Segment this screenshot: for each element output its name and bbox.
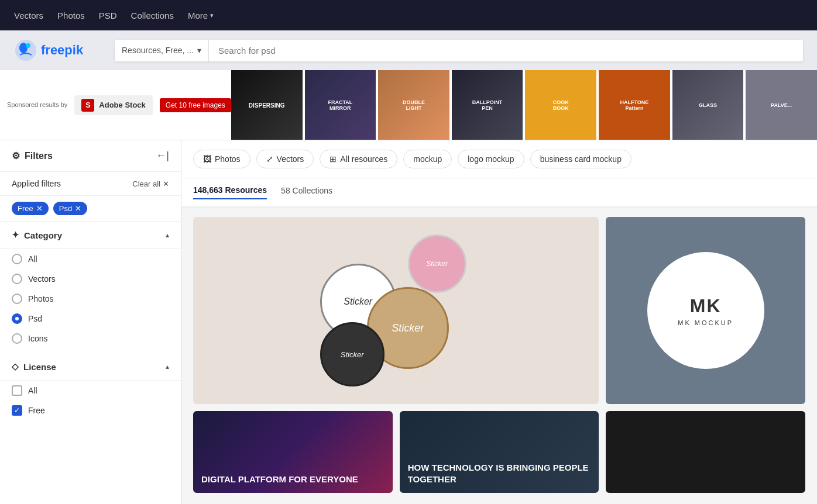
category-title: ✦ Category (12, 230, 62, 240)
sticker-visual: Sticker Sticker Sticker Sticker (320, 234, 472, 386)
category-option-all[interactable]: All (0, 249, 181, 269)
chevron-down-icon: ▾ (210, 12, 214, 19)
license-section-header[interactable]: ◇ License (0, 353, 181, 381)
result-card-digital[interactable]: DIGITAL PLATFORM FOR EVERYONE (193, 411, 393, 493)
category-chevron-icon (166, 231, 169, 239)
checkbox-free-license: ✓ (12, 405, 22, 416)
applied-filters-label: Applied filters (12, 179, 61, 188)
banner-img-5[interactable]: HALFTONEPattern (599, 70, 670, 140)
tech-card-text: HOW TECHNOLOGY IS BRINGING PEOPLE TOGETH… (408, 462, 591, 485)
result-card-mk[interactable]: MK MK MOCKUP (606, 217, 805, 404)
results-grid: Sticker Sticker Sticker Sticker MK MK MO… (181, 208, 817, 502)
filter-tags-row: Free ✕ Psd ✕ (0, 196, 181, 222)
mk-circle: MK MK MOCKUP (647, 252, 764, 369)
photos-chip-icon: 🖼 (203, 154, 211, 164)
license-option-free[interactable]: ✓ Free (0, 401, 181, 420)
category-option-icons[interactable]: Icons (0, 329, 181, 348)
mk-logo: MK (690, 295, 722, 317)
banner-img-0[interactable]: DISPERSING (231, 70, 303, 140)
sponsored-label: Sponsored results by (0, 101, 74, 109)
vectors-chip-icon: ⤢ (266, 154, 273, 164)
radio-icons (12, 333, 22, 344)
adobe-label: Adobe Stock (99, 101, 145, 109)
radio-all (12, 254, 22, 264)
digital-card-text: DIGITAL PLATFORM FOR EVERYONE (201, 474, 358, 485)
filter-header: ⚙ Filters ←| (0, 140, 181, 172)
chip-logo-mockup[interactable]: logo mockup (458, 150, 524, 168)
nav-item-vectors[interactable]: Vectors (14, 11, 43, 20)
search-container: Resources, Free, ... ▾ (115, 40, 803, 61)
sponsored-banner: Sponsored results by S Adobe Stock Get 1… (0, 70, 817, 140)
tab-resources[interactable]: 148,663 Resources (193, 185, 267, 199)
content-area: 🖼 Photos ⤢ Vectors ⊞ All resources mocku… (181, 140, 817, 504)
logo-area: freepik (14, 39, 108, 62)
chip-business-card-mockup[interactable]: business card mockup (530, 150, 631, 168)
top-navigation: Vectors Photos PSD Collections More ▾ (0, 0, 817, 30)
banner-images: DISPERSING FRACTALMIRROR DOUBLELIGHT BAL… (231, 70, 817, 140)
chip-vectors[interactable]: ⤢ Vectors (256, 150, 314, 168)
filter-tag-free[interactable]: Free ✕ (12, 202, 49, 215)
chip-mockup[interactable]: mockup (403, 150, 452, 168)
nav-item-more[interactable]: More ▾ (188, 11, 214, 20)
banner-img-2[interactable]: DOUBLELIGHT (378, 70, 449, 140)
banner-img-6[interactable]: GLASS (672, 70, 744, 140)
filter-icon: ⚙ (12, 150, 20, 161)
sidebar: ⚙ Filters ←| Applied filters Clear all ✕… (0, 140, 181, 504)
license-title: ◇ License (12, 361, 56, 372)
clear-all-button[interactable]: Clear all ✕ (132, 179, 169, 188)
chip-photos[interactable]: 🖼 Photos (193, 150, 250, 168)
category-section-header[interactable]: ✦ Category (0, 222, 181, 249)
adobe-badge[interactable]: S Adobe Stock (74, 95, 152, 115)
logo-text: freepik (41, 43, 83, 58)
tag-remove-icon: ✕ (36, 204, 43, 213)
search-type-dropdown[interactable]: Resources, Free, ... ▾ (115, 40, 209, 61)
filter-tag-psd[interactable]: Psd ✕ (53, 202, 87, 215)
dropdown-chevron-icon: ▾ (197, 46, 201, 55)
search-bar-row: freepik Resources, Free, ... ▾ (0, 30, 817, 70)
result-card-dark[interactable] (606, 411, 805, 493)
banner-img-4[interactable]: COOKBOOK (525, 70, 596, 140)
chips-row: 🖼 Photos ⤢ Vectors ⊞ All resources mocku… (181, 140, 817, 178)
nav-item-photos[interactable]: Photos (57, 11, 85, 20)
tabs-row: 148,663 Resources 58 Collections (181, 178, 817, 208)
category-option-photos[interactable]: Photos (0, 289, 181, 309)
banner-img-7[interactable]: PALVE... (746, 70, 817, 140)
nav-item-collections[interactable]: Collections (131, 11, 174, 20)
search-input[interactable] (209, 40, 803, 61)
radio-psd (12, 313, 22, 324)
result-card-technology[interactable]: HOW TECHNOLOGY IS BRINGING PEOPLE TOGETH… (400, 411, 599, 493)
freepik-logo-icon (14, 39, 37, 62)
banner-img-3[interactable]: BALLPOINTPEN (452, 70, 523, 140)
license-icon: ◇ (12, 361, 19, 372)
adobe-s-icon: S (81, 99, 94, 112)
sticker-pink: Sticker (408, 234, 466, 293)
back-arrow-icon[interactable]: ←| (156, 150, 169, 162)
sticker-dark: Sticker (320, 322, 385, 386)
result-card-sticker[interactable]: Sticker Sticker Sticker Sticker (193, 217, 599, 404)
get-free-button[interactable]: Get 10 free images (160, 98, 231, 112)
tag-remove-icon: ✕ (75, 204, 81, 213)
category-icon: ✦ (12, 230, 19, 240)
category-option-psd[interactable]: Psd (0, 309, 181, 329)
mk-mockup-label: MK MOCKUP (678, 319, 733, 326)
banner-img-1[interactable]: FRACTALMIRROR (305, 70, 376, 140)
applied-filters-row: Applied filters Clear all ✕ (0, 172, 181, 196)
nav-item-psd[interactable]: PSD (99, 11, 117, 20)
radio-vectors (12, 274, 22, 284)
radio-photos (12, 294, 22, 304)
main-layout: ⚙ Filters ←| Applied filters Clear all ✕… (0, 140, 817, 504)
clear-all-x-icon: ✕ (163, 179, 169, 188)
chip-all-resources[interactable]: ⊞ All resources (320, 150, 397, 168)
license-option-all[interactable]: All (0, 381, 181, 401)
filter-title: ⚙ Filters (12, 150, 53, 161)
svg-point-2 (26, 43, 30, 48)
tab-collections[interactable]: 58 Collections (281, 186, 332, 199)
checkbox-all-license (12, 385, 22, 396)
category-option-vectors[interactable]: Vectors (0, 269, 181, 289)
all-resources-chip-icon: ⊞ (329, 154, 337, 164)
license-chevron-icon (166, 363, 169, 371)
